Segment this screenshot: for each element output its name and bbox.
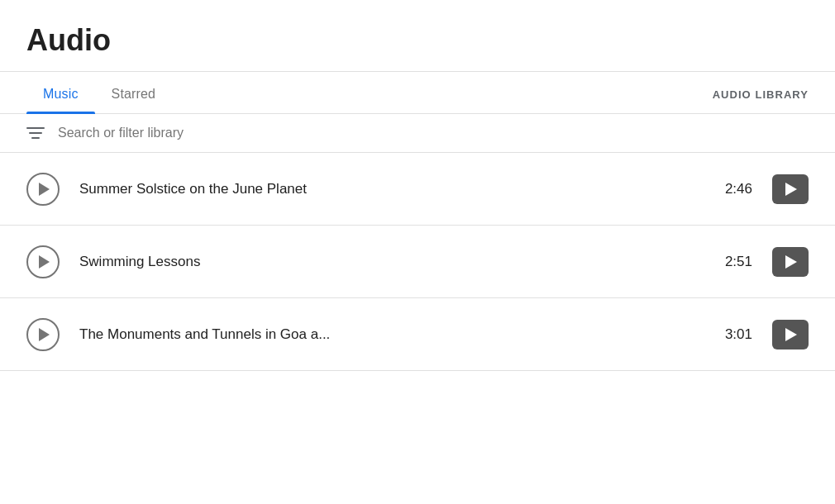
play-button-1[interactable]: [26, 173, 60, 206]
track-list: Summer Solstice on the June Planet 2:46 …: [0, 153, 835, 474]
youtube-play-icon: [785, 255, 797, 269]
audio-library-button[interactable]: AUDIO LIBRARY: [713, 74, 809, 112]
play-icon: [39, 183, 50, 196]
play-button-3[interactable]: [26, 318, 60, 351]
tabs-row: Music Starred AUDIO LIBRARY: [0, 72, 835, 114]
youtube-play-icon: [785, 183, 797, 196]
youtube-button-3[interactable]: [772, 320, 809, 349]
table-row: Summer Solstice on the June Planet 2:46: [0, 153, 835, 226]
track-title-3: The Monuments and Tunnels in Goa a...: [79, 326, 725, 343]
youtube-button-1[interactable]: [772, 174, 809, 204]
play-icon: [39, 255, 50, 269]
table-row: The Monuments and Tunnels in Goa a... 3:…: [0, 298, 835, 371]
track-duration-1: 2:46: [725, 181, 752, 197]
page-header: Audio: [0, 0, 835, 72]
play-button-2[interactable]: [26, 245, 60, 278]
search-input[interactable]: [58, 126, 809, 140]
youtube-play-icon: [785, 328, 797, 341]
tab-starred[interactable]: Starred: [95, 72, 173, 113]
search-row: [0, 114, 835, 153]
play-icon: [39, 328, 50, 341]
track-duration-2: 2:51: [725, 254, 752, 270]
track-title-1: Summer Solstice on the June Planet: [79, 181, 725, 197]
track-duration-3: 3:01: [725, 326, 752, 343]
table-row: Swimming Lessons 2:51: [0, 226, 835, 298]
track-title-2: Swimming Lessons: [79, 254, 725, 270]
tab-music[interactable]: Music: [26, 72, 95, 113]
filter-icon: [26, 127, 45, 139]
tabs-left: Music Starred: [26, 72, 713, 113]
page-title: Audio: [26, 23, 809, 58]
filter-icon-button[interactable]: [26, 127, 45, 139]
youtube-button-2[interactable]: [772, 247, 809, 277]
